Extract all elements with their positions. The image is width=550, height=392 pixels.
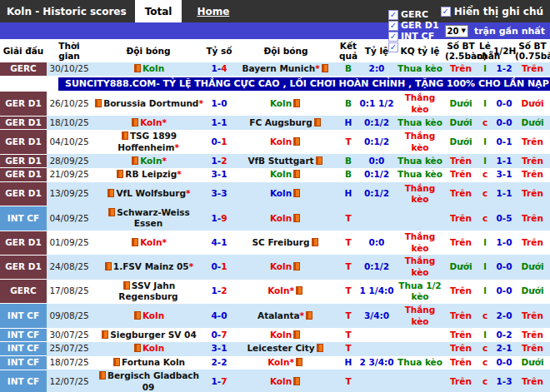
checkbox-checked-icon[interactable]: ✓ bbox=[441, 7, 451, 17]
tab-home[interactable]: Home bbox=[187, 0, 239, 22]
handicap-result: Thua kèo bbox=[395, 116, 445, 130]
match-date: 24/08/25 bbox=[47, 255, 92, 279]
card-icon bbox=[132, 156, 138, 165]
half-time-score: 0-2 bbox=[493, 328, 515, 342]
home-team-name: Koln bbox=[142, 63, 164, 73]
checkbox-checked-icon[interactable]: ✓ bbox=[388, 10, 398, 20]
show-notes-toggle[interactable]: ✓ Hiển thị ghi chú bbox=[441, 6, 550, 17]
odd-even-result: l bbox=[477, 255, 493, 279]
checkbox-checked-icon[interactable]: ✓ bbox=[388, 32, 398, 42]
result-letter: T bbox=[338, 206, 358, 231]
league-badge: INT CF bbox=[0, 370, 47, 392]
half-time-score: 1-1 bbox=[493, 182, 515, 206]
card-icon bbox=[293, 170, 300, 178]
full-time-score: 1-9 bbox=[205, 206, 233, 231]
match-row: INT CF 25/07/25 Koln* 3-1 Leicester City… bbox=[0, 342, 550, 356]
away-team-name: Atalanta bbox=[258, 310, 300, 320]
away-team-star: * bbox=[289, 285, 294, 295]
home-team-name: Koln bbox=[142, 343, 164, 353]
odd-even-result: c bbox=[477, 206, 493, 231]
home-team: Koln* bbox=[92, 342, 205, 356]
full-time-score: 3-3 bbox=[205, 182, 233, 206]
match-date: 04/09/25 bbox=[47, 206, 92, 231]
away-team: Koln* bbox=[233, 356, 338, 370]
match-date: 04/10/25 bbox=[47, 130, 92, 154]
league-filter-label: GER D1 bbox=[401, 20, 439, 31]
home-team-name: Bergisch Gladbach 09 bbox=[108, 370, 199, 392]
title-bar: Koln - Historic scores Total Home ✓ Hiển… bbox=[0, 0, 550, 22]
handicap-odds: 2 3/4:0 bbox=[358, 356, 395, 370]
league-badge: GER D1 bbox=[0, 231, 47, 255]
over-under-2-5-goals: Trên bbox=[445, 206, 477, 231]
home-team: Koln* bbox=[92, 231, 205, 255]
card-icon bbox=[132, 238, 138, 246]
promo-banner-link[interactable]: SUNCITY888.COM- TỶ LỆ THẮNG CỰC CAO , LỐ… bbox=[58, 77, 550, 91]
home-team-name: Fortuna Koln bbox=[122, 357, 185, 367]
result-letter: T bbox=[338, 304, 358, 328]
over-under-2-5-goals: Trên bbox=[445, 231, 477, 255]
over-under-0-75-goals: Trên bbox=[515, 231, 550, 255]
match-date: 18/07/25 bbox=[47, 356, 92, 370]
card-icon bbox=[293, 137, 300, 146]
league-badge: INT CF bbox=[0, 356, 47, 370]
match-row: INT CF 18/07/25 Fortuna Koln* 2-2 Koln* … bbox=[0, 356, 550, 370]
over-under-0-75-goals: Dưới bbox=[515, 116, 550, 130]
league-filter-int-cf[interactable]: ✓INT CF bbox=[388, 31, 439, 42]
result-letter: T bbox=[338, 255, 358, 279]
handicap-result: Thắng kèo bbox=[395, 255, 445, 279]
card-icon bbox=[293, 330, 300, 339]
away-team-name: VfB Stuttgart bbox=[248, 156, 313, 166]
league-badge: INT CF bbox=[0, 342, 47, 356]
card-icon bbox=[134, 64, 141, 72]
tab-total[interactable]: Total bbox=[135, 0, 182, 22]
over-under-0-75-goals: Trên bbox=[515, 206, 550, 231]
full-time-score: 4-1 bbox=[205, 231, 233, 255]
home-team: Koln* bbox=[92, 154, 205, 168]
half-time-score: 0-0 bbox=[493, 356, 515, 370]
handicap-result: Thắng kèo bbox=[395, 231, 445, 255]
match-row: GERC 17/08/25 SSV Jahn Regensburg* 1-2 K… bbox=[0, 280, 550, 304]
match-row: INT CF 04/09/25 Schwarz-Weiss Essen* 1-9… bbox=[0, 206, 550, 231]
league-filter-ger-d1[interactable]: ✓GER D1 bbox=[388, 20, 439, 31]
away-team: Koln* bbox=[233, 182, 338, 206]
match-date: 09/08/25 bbox=[47, 304, 92, 328]
home-team-name: Borussia Dortmund bbox=[103, 98, 198, 108]
checkbox-checked-icon[interactable]: ✓ bbox=[388, 42, 398, 52]
match-count-dropdown[interactable]: 20 ▼ bbox=[445, 25, 468, 37]
league-filter-gerc[interactable]: ✓GERC bbox=[388, 9, 439, 20]
odd-even-result: c bbox=[477, 370, 493, 392]
home-team: 1.FSV Mainz 05* bbox=[92, 255, 205, 279]
checkbox-checked-icon[interactable]: ✓ bbox=[388, 21, 398, 31]
league-badge: GER D1 bbox=[0, 255, 47, 279]
away-team-name: Leicester City bbox=[247, 343, 314, 353]
card-icon bbox=[316, 156, 322, 165]
column-header: Lẻ chẵn bbox=[477, 39, 493, 62]
card-icon bbox=[108, 208, 115, 216]
handicap-odds bbox=[358, 328, 395, 342]
half-time-score: 1-1 bbox=[493, 154, 515, 168]
chevron-down-icon: ▼ bbox=[462, 27, 466, 34]
handicap-result: Thua kèo bbox=[395, 356, 445, 370]
over-under-2-5-goals: Trên bbox=[445, 304, 477, 328]
result-letter: T bbox=[338, 280, 358, 304]
away-team-star: * bbox=[289, 357, 294, 367]
odd-even-result: l bbox=[477, 92, 493, 116]
card-icon bbox=[132, 118, 138, 127]
column-header: Giải đấu bbox=[0, 39, 47, 62]
card-icon bbox=[108, 189, 114, 197]
away-team-name: Koln bbox=[268, 357, 289, 367]
over-under-0-75-goals: Dưới bbox=[515, 255, 550, 279]
match-date: 01/09/25 bbox=[47, 231, 92, 255]
over-under-0-75-goals: Trên bbox=[515, 304, 550, 328]
handicap-odds: 0:1/2 bbox=[358, 130, 395, 154]
column-header: Số BT (2.5bàn) bbox=[445, 39, 477, 62]
away-team: Leicester City* bbox=[233, 342, 338, 356]
odd-even-result: l bbox=[477, 280, 493, 304]
card-icon bbox=[317, 344, 323, 352]
card-icon bbox=[123, 281, 130, 290]
handicap-odds: 1 1/4:0 bbox=[358, 280, 395, 304]
card-icon bbox=[113, 358, 120, 366]
over-under-0-75-goals: Trên bbox=[515, 154, 550, 168]
home-team: TSG 1899 Hoffenheim* bbox=[92, 130, 205, 154]
card-icon bbox=[293, 189, 300, 197]
